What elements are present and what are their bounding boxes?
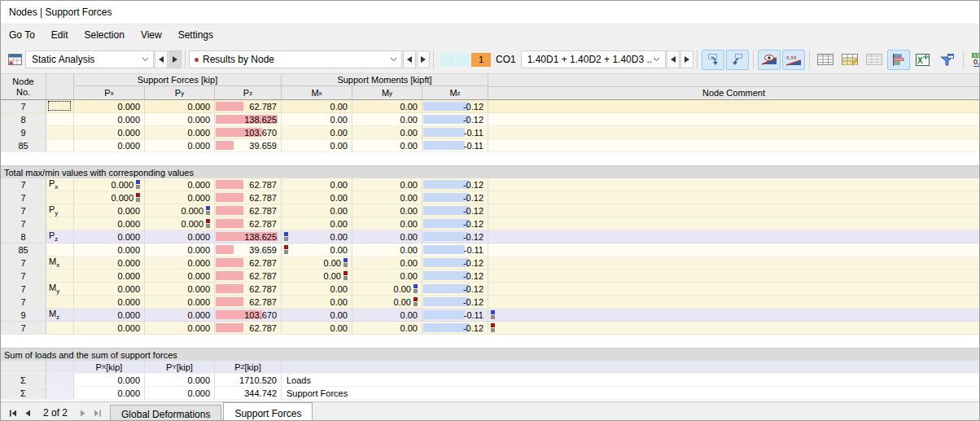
selector-cell[interactable] (46, 296, 74, 308)
mx-value-cell[interactable]: 0.00 (282, 139, 352, 151)
mz-value-cell[interactable]: -0.11 (422, 309, 488, 321)
pz-value-cell[interactable]: 62.787 (215, 296, 282, 308)
pz-value-cell[interactable]: 62.787 (215, 283, 282, 295)
py-value-cell[interactable]: 0.000 (145, 139, 215, 151)
py-value-cell[interactable]: 0.000 (145, 217, 215, 230)
co-color-scale[interactable]: 1 (440, 53, 491, 67)
previous-results-button[interactable] (403, 50, 416, 68)
table-settings-button[interactable] (863, 50, 886, 70)
px-value-cell[interactable]: 0.000 (74, 296, 145, 308)
pz-value-cell[interactable]: 62.787 (215, 204, 282, 217)
py-value-cell[interactable]: 0.000 (145, 322, 215, 334)
mz-value-cell[interactable]: -0.11 (422, 243, 488, 256)
edit-table-button[interactable] (838, 50, 861, 70)
previous-table-button[interactable] (20, 406, 35, 420)
mz-value-cell[interactable]: -0.11 (422, 126, 488, 138)
next-results-button[interactable] (417, 50, 430, 68)
previous-analysis-button[interactable] (155, 50, 168, 68)
mx-value-cell[interactable]: 0.00 (282, 257, 352, 269)
selector-cell[interactable] (46, 126, 74, 138)
px-value-cell[interactable]: 0.000 (74, 309, 145, 321)
pz-value-cell[interactable]: 62.787 (215, 217, 282, 230)
comment-cell[interactable] (488, 296, 979, 308)
selector-cell[interactable]: Pz (46, 230, 74, 243)
py-value-cell[interactable]: 0.000 (145, 387, 215, 399)
comment-cell[interactable] (488, 322, 979, 334)
result-diagram-panel-button[interactable] (887, 50, 910, 70)
return-to-table-button[interactable] (726, 50, 749, 70)
py-value-cell[interactable]: 0.000 (145, 230, 215, 243)
menu-item-go-to[interactable]: Go To (1, 24, 43, 46)
selector-cell[interactable] (46, 387, 74, 399)
show-values-button[interactable]: x.xx (782, 50, 805, 70)
comment-cell[interactable] (488, 191, 979, 204)
py-value-cell[interactable]: 0.000 (145, 113, 215, 125)
comment-cell[interactable] (488, 217, 979, 230)
mz-value-cell[interactable]: -0.12 (422, 230, 488, 243)
decimal-places-button[interactable]: 0,00 (968, 50, 980, 70)
pz-value-cell[interactable]: 39.659 (215, 139, 282, 151)
pz-value-cell[interactable]: 62.787 (215, 191, 282, 204)
filter-button[interactable] (936, 50, 959, 70)
my-value-cell[interactable]: 0.00 (352, 230, 422, 243)
py-value-cell[interactable]: 0.000 (145, 243, 215, 256)
mz-value-cell[interactable]: -0.12 (422, 191, 488, 204)
mx-value-cell[interactable]: 0.00 (282, 230, 352, 243)
mx-value-cell[interactable]: 0.00 (282, 296, 352, 308)
mz-value-cell[interactable]: -0.12 (422, 270, 488, 282)
mx-value-cell[interactable]: 0.00 (282, 178, 352, 191)
comment-cell[interactable] (488, 100, 979, 112)
mz-value-cell[interactable]: -0.11 (422, 139, 488, 151)
selector-cell[interactable]: Py (46, 204, 74, 217)
px-value-cell[interactable]: 0.000 (74, 178, 145, 191)
next-co-button[interactable] (680, 50, 693, 68)
mx-value-cell[interactable]: 0.00 (282, 217, 352, 230)
comment-cell[interactable] (488, 139, 979, 151)
mx-value-cell[interactable]: 0.00 (282, 126, 352, 138)
px-value-cell[interactable]: 0.000 (74, 387, 145, 399)
selector-cell[interactable] (46, 139, 74, 151)
px-value-cell[interactable]: 0.000 (74, 191, 145, 204)
pz-value-cell[interactable]: 103.670 (215, 309, 282, 321)
mx-value-cell[interactable]: 0.00 (282, 100, 352, 112)
px-value-cell[interactable]: 0.000 (74, 100, 145, 112)
comment-cell[interactable] (488, 178, 979, 191)
node-number-cell[interactable]: 7 (1, 217, 46, 230)
px-value-cell[interactable]: 0.000 (74, 126, 145, 138)
menu-item-selection[interactable]: Selection (77, 24, 133, 46)
pz-value-cell[interactable]: 138.625 (215, 113, 282, 125)
mz-value-cell[interactable]: -0.12 (422, 178, 488, 191)
pz-value-cell[interactable]: 344.742 (215, 387, 282, 399)
comment-cell[interactable] (488, 126, 979, 138)
mx-value-cell[interactable]: 0.00 (282, 309, 352, 321)
node-number-cell[interactable]: 85 (1, 243, 46, 256)
node-number-cell[interactable]: 85 (1, 139, 46, 151)
tab-global-deformations[interactable]: Global Deformations (110, 405, 221, 421)
menu-item-settings[interactable]: Settings (170, 24, 221, 46)
py-value-cell[interactable]: 0.000 (145, 283, 215, 295)
my-value-cell[interactable]: 0.00 (352, 270, 422, 282)
my-value-cell[interactable]: 0.00 (352, 204, 422, 217)
sigma-cell[interactable]: Σ (1, 374, 46, 386)
py-value-cell[interactable]: 0.000 (145, 191, 215, 204)
node-number-cell[interactable]: 9 (1, 126, 46, 138)
comment-cell[interactable] (488, 204, 979, 217)
mx-value-cell[interactable]: 0.00 (282, 191, 352, 204)
py-value-cell[interactable]: 0.000 (145, 126, 215, 138)
pz-value-cell[interactable]: 62.787 (215, 270, 282, 282)
px-value-cell[interactable]: 0.000 (74, 230, 145, 243)
pz-value-cell[interactable]: 62.787 (215, 257, 282, 269)
table-view-button[interactable] (814, 50, 837, 70)
tab-support-forces[interactable]: Support Forces (223, 402, 313, 421)
load-combination-selector[interactable]: 1.40D1 + 1.40D2 + 1.40D3 ... (521, 50, 666, 68)
my-value-cell[interactable]: 0.00 (352, 283, 422, 295)
node-number-cell[interactable]: 7 (1, 191, 46, 204)
results-mode-selector[interactable]: Results by Node (189, 50, 402, 68)
my-value-cell[interactable]: 0.00 (352, 322, 422, 334)
px-value-cell[interactable]: 0.000 (74, 270, 145, 282)
mx-value-cell[interactable]: 0.00 (282, 204, 352, 217)
py-value-cell[interactable]: 0.000 (145, 100, 215, 112)
comment-cell[interactable] (488, 243, 979, 256)
mz-value-cell[interactable]: -0.12 (422, 113, 488, 125)
node-number-cell[interactable]: 7 (1, 322, 46, 334)
